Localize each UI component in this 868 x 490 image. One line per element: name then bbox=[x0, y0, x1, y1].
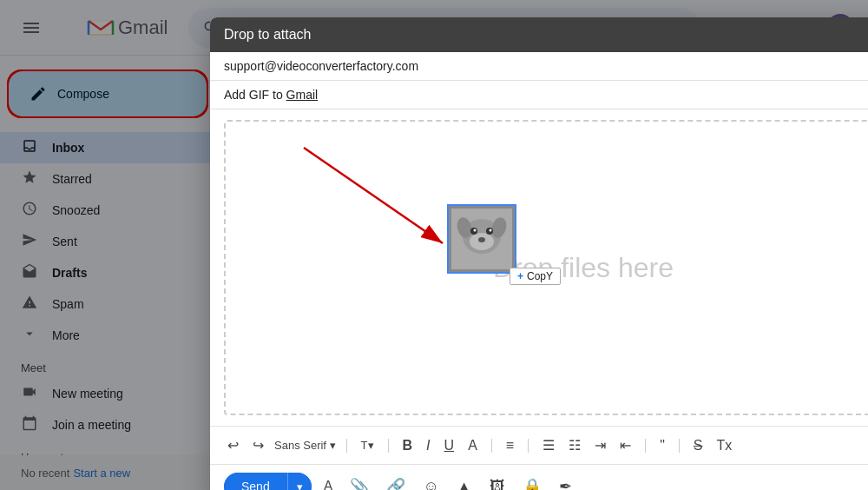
link-button[interactable]: 🔗 bbox=[381, 472, 411, 490]
copy-badge: + CopY bbox=[510, 268, 561, 285]
bold-button[interactable]: B bbox=[399, 434, 417, 457]
quote-button[interactable]: " bbox=[656, 434, 668, 457]
dialog-header: Drop to attach − □ ✕ bbox=[210, 17, 868, 52]
strikethrough-button[interactable]: S bbox=[690, 434, 707, 457]
font-size-button[interactable]: T▾ bbox=[358, 435, 378, 455]
send-button-group: Send ▾ bbox=[224, 473, 312, 490]
dog-image bbox=[451, 209, 512, 269]
toolbar-separator-4 bbox=[528, 439, 529, 453]
send-button[interactable]: Send bbox=[224, 473, 287, 490]
emoji-button[interactable]: ☺ bbox=[418, 473, 444, 491]
drop-zone[interactable]: Drop files here bbox=[224, 120, 868, 415]
underline-button[interactable]: U bbox=[441, 434, 458, 457]
font-selector[interactable]: Sans Serif ▾ bbox=[274, 439, 336, 452]
text-color-button[interactable]: A bbox=[464, 434, 481, 457]
email-field: support@videoconverterfactory.com bbox=[210, 52, 868, 81]
format-options-button[interactable]: A bbox=[319, 473, 339, 490]
ul-button[interactable]: ☷ bbox=[565, 434, 584, 457]
italic-button[interactable]: I bbox=[423, 434, 433, 457]
signature-button[interactable]: ✒ bbox=[554, 472, 577, 490]
indent-button[interactable]: ⇥ bbox=[591, 434, 609, 457]
remove-format-button[interactable]: Tx bbox=[713, 434, 736, 457]
toolbar-separator-3 bbox=[491, 439, 492, 453]
outdent-button[interactable]: ⇤ bbox=[616, 434, 635, 457]
confidential-button[interactable]: 🔒 bbox=[517, 472, 547, 490]
svg-point-10 bbox=[474, 229, 477, 232]
image-button[interactable]: 🖼 bbox=[484, 473, 510, 491]
send-dropdown-button[interactable]: ▾ bbox=[287, 473, 312, 490]
undo-button[interactable]: ↩ bbox=[224, 434, 242, 457]
copy-label: CopY bbox=[527, 270, 553, 282]
attach-button[interactable]: 📎 bbox=[345, 472, 374, 490]
email-value: support@videoconverterfactory.com bbox=[224, 59, 418, 73]
svg-line-1 bbox=[304, 148, 443, 243]
subject-prefix: Add GIF to bbox=[224, 88, 286, 102]
align-button[interactable]: ≡ bbox=[503, 434, 517, 457]
redo-button[interactable]: ↪ bbox=[249, 434, 267, 457]
toolbar-separator-5 bbox=[645, 439, 646, 453]
drive-button[interactable]: ▲ bbox=[451, 473, 477, 491]
dialog-title: Drop to attach bbox=[224, 27, 312, 43]
svg-point-7 bbox=[478, 237, 485, 242]
toolbar-separator-6 bbox=[679, 439, 680, 453]
compose-toolbar: ↩ ↪ Sans Serif ▾ T▾ B I U A ≡ ☰ ☷ ⇥ ⇤ " … bbox=[210, 426, 868, 464]
subject-link[interactable]: Gmail bbox=[286, 88, 319, 102]
action-bar: Send ▾ A 📎 🔗 ☺ ▲ 🖼 🔒 ✒ ⋮ 🗑 bbox=[210, 464, 868, 490]
subject-field: Add GIF to Gmail bbox=[210, 81, 868, 109]
gif-thumbnail bbox=[447, 204, 516, 274]
drop-to-attach-dialog: Drop to attach − □ ✕ support@videoconver… bbox=[210, 17, 868, 490]
ol-button[interactable]: ☰ bbox=[539, 434, 558, 457]
toolbar-separator-2 bbox=[388, 439, 389, 453]
toolbar-separator-1 bbox=[346, 439, 347, 453]
svg-point-11 bbox=[490, 229, 492, 232]
copy-plus-icon: + bbox=[517, 270, 523, 282]
